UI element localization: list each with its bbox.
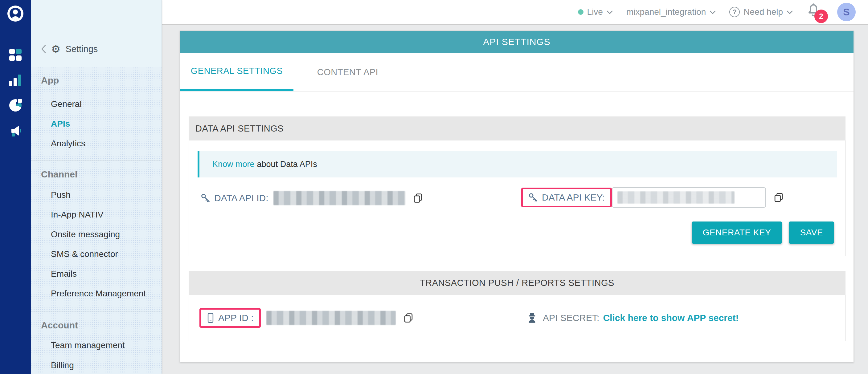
app-id-redacted-value <box>266 311 396 325</box>
copy-data-api-id-icon[interactable] <box>412 192 424 204</box>
notifications-button[interactable]: 2 <box>806 3 824 21</box>
app-id-row: APP ID : <box>199 295 414 341</box>
panel-title-banner: API SETTINGS <box>180 31 854 53</box>
analytics-bars-icon[interactable] <box>9 74 22 86</box>
sidebar-item-team-management[interactable]: Team management <box>51 340 125 350</box>
api-secret-row: API SECRET: Click here to show APP secre… <box>526 295 739 341</box>
tab-general-settings[interactable]: GENERAL SETTINGS <box>180 53 293 91</box>
app-id-label: APP ID : <box>218 313 254 323</box>
sidebar-item-emails[interactable]: Emails <box>51 269 77 279</box>
user-avatar[interactable]: S <box>837 3 856 21</box>
gear-icon: ⚙ <box>51 44 60 54</box>
api-settings-panel: API SETTINGS GENERAL SETTINGS CONTENT AP… <box>180 31 854 362</box>
help-question-icon: ? <box>729 7 740 17</box>
moengage-logo-icon[interactable] <box>7 5 24 22</box>
chevron-down-icon <box>710 10 716 14</box>
sidebar-item-general[interactable]: General <box>51 99 82 109</box>
sidebar-item-onsite-messaging[interactable]: Onsite messaging <box>51 230 120 239</box>
data-api-id-redacted-value <box>273 191 405 205</box>
app-id-highlight-box: APP ID : <box>199 308 261 328</box>
tab-bar: GENERAL SETTINGS CONTENT API <box>180 53 854 92</box>
data-api-settings-section: DATA API SETTINGS Know more about Data A… <box>189 116 845 256</box>
notification-badge: 2 <box>814 9 828 23</box>
key-icon <box>201 193 211 203</box>
save-button[interactable]: SAVE <box>789 222 834 244</box>
data-api-key-redacted-value <box>617 191 735 204</box>
data-api-settings-header: DATA API SETTINGS <box>189 116 845 140</box>
sidebar-divider <box>31 160 162 161</box>
mobile-phone-icon <box>207 313 215 323</box>
sidebar-item-inapp-nativ[interactable]: In-App NATIV <box>51 210 103 220</box>
live-label: Live <box>587 7 603 17</box>
show-app-secret-link[interactable]: Click here to show APP secret! <box>603 313 739 323</box>
dashboard-grid-icon[interactable] <box>9 49 22 61</box>
data-api-key-label: DATA API KEY: <box>542 192 605 203</box>
nav-rail <box>0 0 31 374</box>
tab-content-api[interactable]: CONTENT API <box>293 53 402 91</box>
sidebar-item-sms-connector[interactable]: SMS & connector <box>51 249 118 259</box>
page-title: API SETTINGS <box>483 37 551 47</box>
sidebar-divider <box>31 311 162 311</box>
api-secret-label: API SECRET: <box>543 313 599 323</box>
sidebar-header: ⚙ Settings <box>31 0 161 67</box>
need-help-label: Need help <box>743 7 783 17</box>
section-label-channel: Channel <box>41 169 78 180</box>
sidebar-item-analytics[interactable]: Analytics <box>51 139 85 148</box>
chevron-down-icon <box>607 10 613 14</box>
data-api-key-highlight-box: DATA API KEY: <box>521 188 612 207</box>
know-more-link[interactable]: Know more <box>212 160 255 169</box>
section-label-account: Account <box>41 320 78 331</box>
segments-pie-icon[interactable] <box>9 99 22 111</box>
know-more-text: about Data APIs <box>257 160 317 169</box>
project-name: mixpanel_integration <box>626 7 706 17</box>
sidebar-item-apis[interactable]: APIs <box>51 119 70 129</box>
key-actions: GENERATE KEY SAVE <box>692 222 834 244</box>
environment-selector[interactable]: Live <box>578 7 613 17</box>
transaction-settings-header: TRANSACTION PUSH / REPORTS SETTINGS <box>189 271 845 295</box>
back-chevron-icon[interactable] <box>41 45 46 53</box>
know-more-info-bar: Know more about Data APIs <box>197 151 837 177</box>
transaction-settings-body: APP ID : API SECRET: <box>189 295 845 341</box>
section-label-app: App <box>41 75 59 86</box>
data-api-key-row: DATA API KEY: <box>521 177 784 217</box>
sidebar-item-push[interactable]: Push <box>51 190 70 200</box>
transaction-settings-section: TRANSACTION PUSH / REPORTS SETTINGS APP … <box>189 271 845 341</box>
settings-sidebar: ⚙ Settings App General APIs Analytics Ch… <box>31 0 162 374</box>
copy-data-api-key-icon[interactable] <box>773 192 784 203</box>
generate-key-button[interactable]: GENERATE KEY <box>692 222 782 244</box>
key-icon <box>528 193 538 202</box>
live-status-dot <box>578 9 584 15</box>
spy-secret-icon <box>526 312 538 324</box>
sidebar-title: Settings <box>65 44 98 54</box>
chevron-down-icon <box>786 10 793 14</box>
sidebar-item-preference-management[interactable]: Preference Management <box>51 289 146 299</box>
data-api-id-row: DATA API ID: <box>201 187 424 209</box>
logo-person-icon <box>9 8 21 20</box>
project-selector[interactable]: mixpanel_integration <box>626 7 716 17</box>
data-api-key-input[interactable] <box>612 187 766 208</box>
data-api-id-label: DATA API ID: <box>214 193 269 203</box>
sidebar-item-billing[interactable]: Billing <box>51 361 74 370</box>
campaigns-megaphone-icon[interactable] <box>9 124 22 136</box>
data-api-settings-body: Know more about Data APIs DATA API ID: <box>189 140 845 256</box>
copy-app-id-icon[interactable] <box>403 312 414 324</box>
need-help-menu[interactable]: ? Need help <box>729 7 793 17</box>
top-header-bar: Live mixpanel_integration ? Need help 2 … <box>162 0 868 25</box>
